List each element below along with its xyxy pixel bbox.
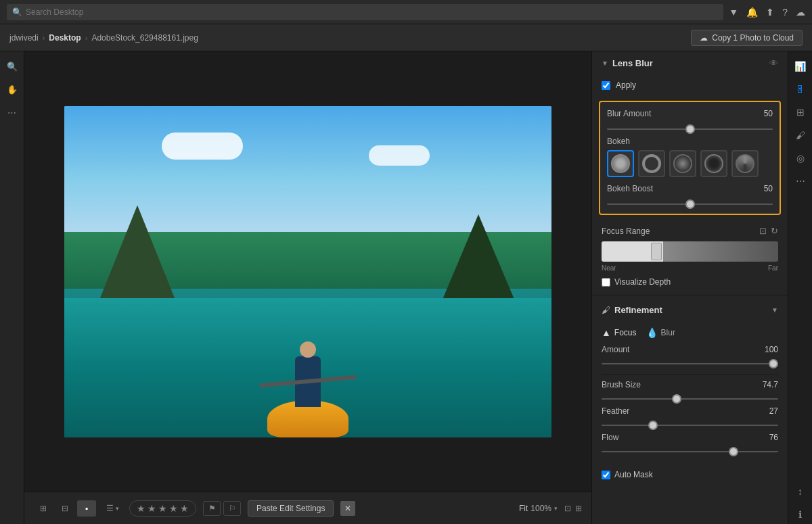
circle-gradient-icon[interactable]: ◎: [791, 149, 810, 168]
notification-icon[interactable]: 🔔: [746, 7, 758, 18]
transform-icon[interactable]: ⊞: [791, 103, 810, 122]
brush-size-row: Brush Size 74.7: [602, 380, 778, 389]
paste-edit-settings-button[interactable]: Paste Edit Settings: [248, 500, 334, 517]
compare-view-button[interactable]: ⊟: [55, 500, 74, 517]
topbar: 🔍 ▼ 🔔 ⬆ ? ☁: [0, 0, 812, 24]
kayak-group: [254, 255, 362, 437]
histogram-icon[interactable]: 📊: [791, 57, 810, 76]
dots-icon[interactable]: ⋯: [3, 103, 22, 122]
right-panel: ▼ Lens Blur 👁 Apply Blur Amount 50 Bokeh: [591, 51, 788, 524]
topbar-icons: ▼ 🔔 ⬆ ? ☁: [729, 7, 805, 18]
refinement-section-header[interactable]: 🖌 Refinement ▼: [592, 298, 788, 322]
feather-slider[interactable]: [602, 425, 778, 426]
split-view-button[interactable]: ⊞: [575, 504, 582, 513]
before-after-button[interactable]: ⊡: [564, 504, 571, 513]
depth-slider[interactable]: [602, 241, 778, 262]
bokeh-boost-value: 50: [764, 184, 773, 193]
focus-toggle[interactable]: ▲ Focus: [602, 327, 637, 338]
amount-label: Amount: [602, 345, 629, 354]
sort-icon: ☰: [106, 504, 114, 513]
search-input[interactable]: [26, 7, 718, 17]
unflag-button[interactable]: ⚐: [223, 501, 241, 516]
bokeh-swirl-icon: [736, 154, 754, 173]
feather-label: Feather: [602, 406, 629, 416]
breadcrumb-folder[interactable]: Desktop: [49, 33, 81, 43]
blur-amount-label: Blur Amount: [607, 109, 651, 118]
search-bar[interactable]: 🔍: [7, 4, 723, 20]
visualize-depth-label[interactable]: Visualize Depth: [614, 277, 671, 287]
copy-to-cloud-button[interactable]: ☁ Copy 1 Photo to Cloud: [691, 30, 803, 46]
more-options-icon[interactable]: ⋯: [791, 172, 810, 191]
zoom-dropdown-arrow[interactable]: ▾: [554, 505, 558, 512]
brush-icon[interactable]: 🖌: [791, 126, 810, 145]
bokeh-ring-icon: [642, 154, 661, 173]
bokeh-dark-icon: [704, 154, 723, 173]
blur-drop-icon: 💧: [646, 327, 658, 338]
bokeh-soft-icon: [673, 154, 692, 173]
close-paste-button[interactable]: ✕: [340, 501, 355, 516]
cloud-icon: ☁: [700, 33, 708, 43]
bokeh-boost-slider[interactable]: [607, 204, 773, 205]
flag-icons: ⚑ ⚐: [203, 501, 241, 516]
auto-mask-checkbox[interactable]: [602, 471, 610, 479]
main-content: 🔍 ✋ ⋯: [0, 51, 812, 524]
lens-blur-section-header[interactable]: ▼ Lens Blur 👁: [592, 51, 788, 75]
bokeh-label: Bokeh: [607, 137, 773, 146]
sync-icon[interactable]: ↕: [791, 482, 810, 501]
cloud2: [369, 145, 430, 166]
focus-toggle-label: Focus: [614, 328, 637, 337]
refinement-title: Refinement: [614, 305, 767, 315]
star-3[interactable]: ★: [158, 503, 167, 514]
apply-checkbox[interactable]: [602, 81, 610, 90]
brush-size-slider[interactable]: [602, 398, 778, 400]
filter-icon[interactable]: ▼: [729, 7, 738, 18]
photo-image: [64, 106, 551, 437]
sort-button[interactable]: ☰ ▾: [103, 502, 122, 515]
left-sidebar: 🔍 ✋ ⋯: [0, 51, 24, 524]
focus-range-icons: ⊡ ↻: [759, 226, 778, 236]
photo-area: ⊞ ⊟ ▪ ☰ ▾ ★ ★ ★ ★ ★ ⚑ ⚐ Paste Edit Setti…: [24, 51, 591, 524]
bokeh-soft-option[interactable]: [669, 150, 696, 177]
blur-toggle-label: Blur: [661, 328, 675, 337]
lens-blur-visibility-icon[interactable]: 👁: [769, 58, 778, 68]
zoom-tool-icon[interactable]: 🔍: [3, 57, 22, 76]
apply-label[interactable]: Apply: [616, 80, 636, 90]
flag-button[interactable]: ⚑: [203, 501, 221, 516]
star-5[interactable]: ★: [180, 503, 189, 514]
breadcrumb-file: AdobeStock_629488161.jpeg: [91, 33, 198, 43]
help-icon[interactable]: ?: [782, 7, 788, 18]
bokeh-boost-row: Bokeh Boost 50: [607, 184, 773, 193]
cloud-account-icon[interactable]: ☁: [796, 7, 805, 18]
bokeh-boost-label: Bokeh Boost: [607, 184, 653, 193]
star-4[interactable]: ★: [169, 503, 178, 514]
flow-slider[interactable]: [602, 451, 778, 452]
adjustments-icon[interactable]: 🎚: [791, 80, 810, 99]
star-1[interactable]: ★: [137, 503, 145, 514]
info-icon[interactable]: ℹ: [791, 505, 810, 524]
depth-thumb[interactable]: [651, 243, 662, 260]
visualize-depth-checkbox[interactable]: [602, 278, 610, 287]
fit-label[interactable]: Fit: [519, 504, 528, 513]
bokeh-swirl-option[interactable]: [731, 150, 759, 177]
view-mode-icons: ⊞ ⊟ ▪: [34, 500, 96, 517]
refinement-icon: 🖌: [602, 305, 610, 315]
compare-icons: ⊡ ⊞: [564, 504, 582, 513]
bokeh-dark-option[interactable]: [700, 150, 727, 177]
blur-toggle[interactable]: 💧 Blur: [646, 327, 675, 338]
bokeh-ring-option[interactable]: [638, 150, 665, 177]
bokeh-circle-option[interactable]: [607, 150, 634, 177]
star-2[interactable]: ★: [148, 503, 156, 514]
amount-slider[interactable]: [602, 363, 778, 364]
blur-amount-slider[interactable]: [607, 128, 773, 130]
focus-reset-icon[interactable]: ↻: [771, 226, 778, 236]
single-view-button[interactable]: ▪: [77, 500, 96, 517]
focus-picker-icon[interactable]: ⊡: [759, 226, 767, 236]
auto-mask-label[interactable]: Auto Mask: [614, 470, 653, 479]
grid-view-button[interactable]: ⊞: [34, 500, 53, 517]
hand-tool-icon[interactable]: ✋: [3, 80, 22, 99]
breadcrumb-root[interactable]: jdwivedi: [9, 33, 39, 43]
feather-value: 27: [769, 406, 778, 416]
lens-blur-chevron: ▼: [602, 59, 608, 67]
star-rating[interactable]: ★ ★ ★ ★ ★: [129, 500, 196, 517]
share-icon[interactable]: ⬆: [766, 7, 774, 18]
